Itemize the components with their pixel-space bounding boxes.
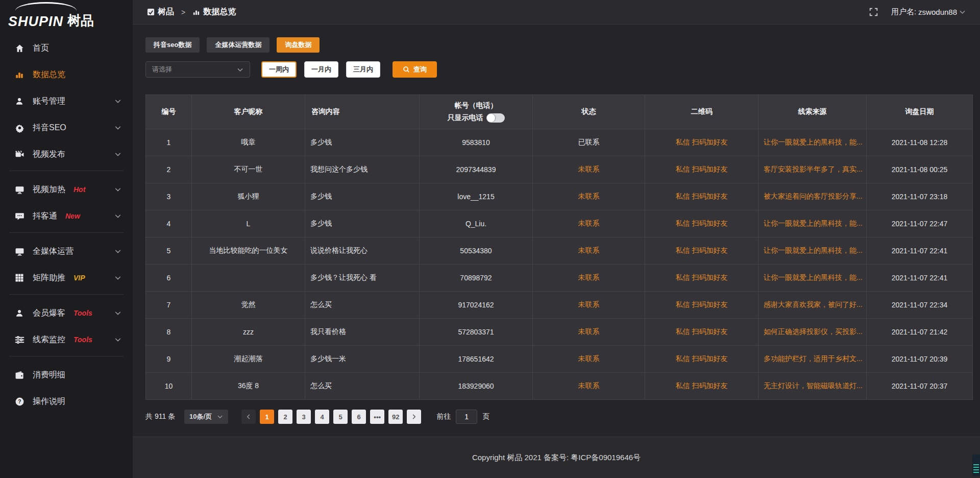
- cell-num: 4: [146, 210, 192, 237]
- breadcrumb-root[interactable]: 树品: [158, 7, 174, 17]
- page-size-select[interactable]: 10条/页: [184, 410, 228, 424]
- phone-only-toggle[interactable]: [486, 113, 505, 123]
- filter-select-placeholder: 请选择: [152, 65, 172, 74]
- period-button-2[interactable]: 三月内: [346, 61, 380, 78]
- app-icon: [147, 8, 155, 16]
- cell-qrcode-link[interactable]: 私信 扫码加好友: [645, 210, 758, 237]
- chevron-down-icon: [114, 212, 121, 220]
- cell-source-link[interactable]: 多功能护栏灯，适用于乡村文...: [758, 346, 867, 373]
- page-size-value: 10条/页: [189, 412, 212, 421]
- cell-source-link[interactable]: 无主灯设计，智能磁吸轨道灯...: [758, 373, 867, 400]
- sidebar-item-media-ops[interactable]: 全媒体运营: [0, 241, 133, 261]
- page-button-4[interactable]: 4: [315, 410, 329, 424]
- cell-num: 9: [146, 346, 192, 373]
- cell-qrcode-link[interactable]: 私信 扫码加好友: [645, 319, 758, 346]
- sidebar-item-member-baoke[interactable]: 会员爆客Tools: [0, 303, 133, 323]
- sidebar: SHUPIN 树品 首页数据总览账号管理抖音SEO视频发布视频加热Hot抖客通N…: [0, 0, 133, 478]
- sidebar-item-label: 抖音SEO: [33, 123, 66, 133]
- table-row: 3狐小狸多少钱love__1215未联系私信 扫码加好友被大家追着问的客厅投影分…: [146, 183, 973, 210]
- search-button[interactable]: 查询: [393, 61, 437, 78]
- cell-qrcode-link[interactable]: 私信 扫码加好友: [645, 156, 758, 183]
- page-button-2[interactable]: 2: [278, 410, 292, 424]
- cell-qrcode-link[interactable]: 私信 扫码加好友: [645, 129, 758, 156]
- sidebar-item-home[interactable]: 首页: [0, 38, 133, 58]
- cell-qrcode-link[interactable]: 私信 扫码加好友: [645, 183, 758, 210]
- sidebar-divider: [9, 294, 124, 295]
- chat-widget[interactable]: [972, 455, 980, 476]
- cell-source-link[interactable]: 让你一眼就爱上的黑科技，能...: [758, 210, 867, 237]
- table-body: 1哦章多少钱9583810已联系私信 扫码加好友让你一眼就爱上的黑科技，能...…: [146, 129, 973, 400]
- cell-nickname: 36度 8: [192, 373, 305, 400]
- sidebar-item-account-manage[interactable]: 账号管理: [0, 91, 133, 111]
- tab-1[interactable]: 全媒体运营数据: [207, 37, 270, 53]
- next-page-button[interactable]: [407, 410, 421, 424]
- chevron-down-icon: [114, 186, 121, 193]
- cell-content: 怎么买: [305, 373, 420, 400]
- sidebar-item-video-publish[interactable]: 视频发布: [0, 144, 133, 164]
- period-button-0[interactable]: 一周内: [261, 61, 297, 78]
- sidebar-item-clue-monitor[interactable]: 线索监控Tools: [0, 329, 133, 350]
- header-num: 编号: [146, 95, 192, 129]
- prev-page-button[interactable]: [241, 410, 256, 424]
- cell-qrcode-link[interactable]: 私信 扫码加好友: [645, 373, 758, 400]
- sidebar-item-douketong[interactable]: 抖客通New: [0, 206, 133, 226]
- page-ellipsis-button[interactable]: •••: [370, 410, 384, 424]
- goto-page-input[interactable]: [456, 410, 477, 424]
- cell-date: 2021-11-07 23:18: [867, 183, 973, 210]
- chevron-down-icon: [114, 309, 121, 317]
- table-row: 9潮起潮落多少钱一米178651642未联系私信 扫码加好友多功能护栏灯，适用于…: [146, 346, 973, 373]
- cell-nickname: 哦章: [192, 129, 305, 156]
- user-menu[interactable]: 用户名: zswodun88: [891, 7, 966, 17]
- sidebar-item-video-heat[interactable]: 视频加热Hot: [0, 179, 133, 200]
- period-button-1[interactable]: 一月内: [304, 61, 338, 78]
- cell-source-link[interactable]: 如何正确选择投影仪，买投影...: [758, 319, 867, 346]
- page-button-92[interactable]: 92: [388, 410, 403, 424]
- header-qrcode: 二维码: [645, 95, 758, 129]
- sidebar-divider: [9, 171, 124, 171]
- page-button-5[interactable]: 5: [333, 410, 348, 424]
- filter-select[interactable]: 请选择: [145, 61, 250, 78]
- sidebar-divider: [9, 232, 124, 233]
- sidebar-item-help[interactable]: ?操作说明: [0, 391, 133, 412]
- cell-qrcode-link[interactable]: 私信 扫码加好友: [645, 237, 758, 265]
- goto-label: 前往: [436, 412, 451, 421]
- page-button-1[interactable]: 1: [260, 410, 274, 424]
- cell-qrcode-link[interactable]: 私信 扫码加好友: [645, 265, 758, 292]
- cell-qrcode-link[interactable]: 私信 扫码加好友: [645, 346, 758, 373]
- cell-qrcode-link[interactable]: 私信 扫码加好友: [645, 292, 758, 319]
- cell-account: 917024162: [420, 292, 533, 319]
- cell-content: 多少钱: [305, 129, 420, 156]
- cell-date: 2021-11-07 22:47: [867, 210, 973, 237]
- badge-tools: Tools: [74, 309, 92, 317]
- cell-source-link[interactable]: 让你一眼就爱上的黑科技，能...: [758, 237, 867, 265]
- sidebar-item-consume-detail[interactable]: 消费明细: [0, 365, 133, 385]
- main-content: 抖音seo数据全媒体运营数据询盘数据 请选择 一周内一月内三月内 查询 编号 客…: [133, 25, 980, 478]
- sidebar-item-data-overview[interactable]: 数据总览: [0, 64, 133, 85]
- video-icon: [14, 149, 24, 159]
- cell-source-link[interactable]: 被大家追着问的客厅投影分享...: [758, 183, 867, 210]
- cell-account: 2097344839: [420, 156, 533, 183]
- sidebar-item-douyin-seo[interactable]: 抖音SEO: [0, 117, 133, 138]
- header-account-label: 帐号（电话）: [455, 101, 498, 110]
- home-icon: [14, 43, 24, 53]
- badge-new: New: [65, 212, 80, 220]
- cell-source-link[interactable]: 让你一眼就爱上的黑科技，能...: [758, 129, 867, 156]
- status-badge: 未联系: [533, 156, 645, 183]
- monitor-icon: [14, 246, 24, 256]
- cell-source-link[interactable]: 让你一眼就爱上的黑科技，能...: [758, 265, 867, 292]
- page-button-3[interactable]: 3: [297, 410, 311, 424]
- sidebar-item-label: 抖客通: [33, 211, 57, 222]
- table-row: 4L多少钱Q_Liu.未联系私信 扫码加好友让你一眼就爱上的黑科技，能...20…: [146, 210, 973, 237]
- cell-source-link[interactable]: 客厅安装投影半年多了，真实...: [758, 156, 867, 183]
- table-row: 6多少钱？让我死心 看70898792未联系私信 扫码加好友让你一眼就爱上的黑科…: [146, 265, 973, 292]
- period-buttons: 一周内一月内三月内: [261, 61, 380, 78]
- tab-2[interactable]: 询盘数据: [277, 37, 320, 53]
- cell-source-link[interactable]: 感谢大家喜欢我家，被问了好...: [758, 292, 867, 319]
- page-button-6[interactable]: 6: [352, 410, 366, 424]
- chart-bar-icon: [14, 69, 24, 80]
- tab-bar: 抖音seo数据全媒体运营数据询盘数据: [145, 37, 972, 53]
- sliders-icon: [14, 334, 24, 345]
- fullscreen-icon[interactable]: [869, 8, 878, 16]
- tab-0[interactable]: 抖音seo数据: [145, 37, 200, 53]
- sidebar-item-matrix-boost[interactable]: 矩阵助推VIP: [0, 268, 133, 288]
